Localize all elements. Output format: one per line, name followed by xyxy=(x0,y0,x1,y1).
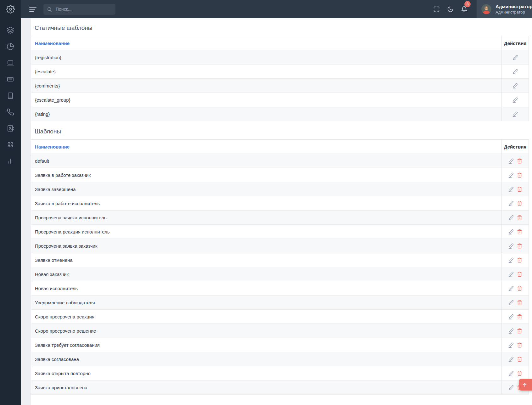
column-header-name[interactable]: Наименование xyxy=(31,140,502,154)
trash-icon[interactable] xyxy=(517,201,522,206)
topbar: 3 Администратор Администратор xyxy=(21,0,532,18)
row-actions xyxy=(502,253,529,267)
barcode-icon[interactable] xyxy=(0,71,21,87)
table-row: Заявка открыта повторно xyxy=(31,366,529,380)
column-header-name[interactable]: Наименование xyxy=(31,36,502,50)
table-row: Новая исполнитель xyxy=(31,281,529,295)
row-name: Заявка согласована xyxy=(31,352,502,366)
user-role: Администратор xyxy=(496,9,532,15)
trash-icon[interactable] xyxy=(517,300,522,305)
pencil-icon[interactable] xyxy=(512,69,518,74)
arrow-up-icon xyxy=(522,382,528,388)
row-name: {comments} xyxy=(31,79,502,93)
layers-icon[interactable] xyxy=(0,22,21,38)
trash-icon[interactable] xyxy=(517,357,522,362)
row-name: Новая заказчик xyxy=(31,267,502,281)
table-body: defaultЗаявка в работе заказчикЗаявка за… xyxy=(31,154,529,395)
address-book-icon[interactable] xyxy=(0,120,21,137)
pencil-icon[interactable] xyxy=(512,55,518,60)
row-name: Уведомление наблюдателя xyxy=(31,295,502,310)
pencil-icon[interactable] xyxy=(508,385,514,390)
sidebar-nav xyxy=(0,18,21,169)
row-name: Новая исполнитель xyxy=(31,281,502,295)
pencil-icon[interactable] xyxy=(508,286,514,291)
row-actions xyxy=(502,211,529,225)
table-row: Просрочена заявка исполнитель xyxy=(31,211,529,225)
trash-icon[interactable] xyxy=(517,187,522,192)
row-name: default xyxy=(31,154,502,168)
row-actions xyxy=(502,295,529,310)
sidebar xyxy=(0,0,21,405)
fullscreen-icon[interactable] xyxy=(429,0,443,18)
scroll-to-top-button[interactable] xyxy=(519,379,532,391)
row-name: Заявка в работе заказчик xyxy=(31,168,502,182)
phone-icon[interactable] xyxy=(0,104,21,120)
trash-icon[interactable] xyxy=(517,371,522,376)
book-icon[interactable] xyxy=(0,87,21,104)
pencil-icon[interactable] xyxy=(508,172,514,178)
pie-chart-icon[interactable] xyxy=(0,38,21,55)
row-actions xyxy=(502,93,529,107)
pencil-icon[interactable] xyxy=(508,300,514,305)
table-row: Заявка согласована xyxy=(31,352,529,366)
content-panel: Статичные шаблоны Наименование Действия … xyxy=(31,18,532,405)
pencil-icon[interactable] xyxy=(508,328,514,334)
pencil-icon[interactable] xyxy=(508,158,514,164)
trash-icon[interactable] xyxy=(517,272,522,277)
pencil-icon[interactable] xyxy=(508,201,514,206)
section-title: Статичные шаблоны xyxy=(35,25,529,31)
row-name: Просрочена реакция исполнитель xyxy=(31,225,502,239)
row-name: {registration} xyxy=(31,50,502,65)
trash-icon[interactable] xyxy=(517,172,522,178)
bar-chart-icon[interactable] xyxy=(0,153,21,169)
pencil-icon[interactable] xyxy=(512,83,518,88)
column-header-actions: Действия xyxy=(502,140,529,154)
trash-icon[interactable] xyxy=(517,229,522,234)
pencil-icon[interactable] xyxy=(508,371,514,376)
laptop-icon[interactable] xyxy=(0,55,21,71)
templates-section: Шаблоны Наименование Действия defaultЗая… xyxy=(31,128,529,395)
row-actions xyxy=(502,65,529,79)
circles-grid-icon[interactable] xyxy=(0,137,21,153)
pencil-icon[interactable] xyxy=(508,357,514,362)
trash-icon[interactable] xyxy=(517,158,522,164)
trash-icon[interactable] xyxy=(517,342,522,348)
table-header-row: Наименование Действия xyxy=(31,36,529,50)
pencil-icon[interactable] xyxy=(508,342,514,348)
pencil-icon[interactable] xyxy=(508,314,514,319)
row-actions xyxy=(502,196,529,211)
pencil-icon[interactable] xyxy=(508,272,514,277)
row-name: Заявка в работе исполнитель xyxy=(31,196,502,211)
pencil-icon[interactable] xyxy=(512,111,518,117)
pencil-icon[interactable] xyxy=(508,243,514,249)
trash-icon[interactable] xyxy=(517,328,522,334)
pencil-icon[interactable] xyxy=(512,97,518,103)
pencil-icon[interactable] xyxy=(508,229,514,234)
moon-icon[interactable] xyxy=(443,0,457,18)
search-input[interactable] xyxy=(55,6,112,12)
pencil-icon[interactable] xyxy=(508,257,514,263)
row-name: Просрочена заявка заказчик xyxy=(31,239,502,253)
row-actions xyxy=(502,182,529,196)
trash-icon[interactable] xyxy=(517,257,522,263)
row-actions xyxy=(502,310,529,324)
pencil-icon[interactable] xyxy=(508,187,514,192)
trash-icon[interactable] xyxy=(517,243,522,249)
user-texts: Администратор Администратор xyxy=(496,3,532,15)
row-name: {escalate_group} xyxy=(31,93,502,107)
bell-icon[interactable]: 3 xyxy=(457,0,471,18)
notification-badge: 3 xyxy=(464,1,471,7)
user-menu[interactable]: Администратор Администратор xyxy=(477,0,532,18)
trash-icon[interactable] xyxy=(517,314,522,319)
row-actions xyxy=(502,352,529,366)
gear-icon[interactable] xyxy=(0,0,21,18)
row-actions xyxy=(502,239,529,253)
table-row: Заявка отменена xyxy=(31,253,529,267)
trash-icon[interactable] xyxy=(517,215,522,220)
menu-toggle-button[interactable] xyxy=(29,6,36,12)
trash-icon[interactable] xyxy=(517,286,522,291)
pencil-icon[interactable] xyxy=(508,215,514,220)
table-row: Заявка завершена xyxy=(31,182,529,196)
column-header-actions: Действия xyxy=(502,36,529,50)
row-name: Заявка открыта повторно xyxy=(31,366,502,380)
